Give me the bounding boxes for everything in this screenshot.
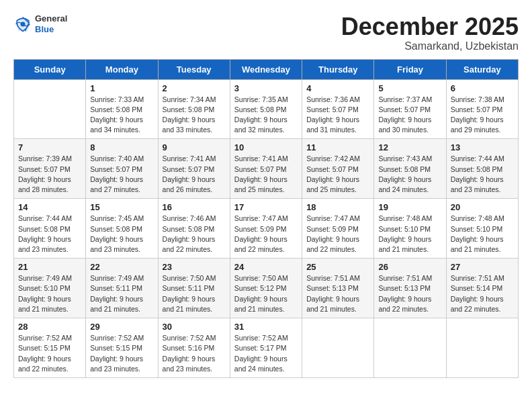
sunset: Sunset: 5:08 PM: [163, 105, 215, 113]
daylight: Daylight: 9 hours and 23 minutes.: [90, 355, 143, 373]
daylight: Daylight: 9 hours and 24 minutes.: [234, 355, 287, 373]
day-number: 17: [234, 202, 298, 212]
day-info: Sunrise: 7:44 AM Sunset: 5:08 PM Dayligh…: [451, 154, 514, 195]
day-info: Sunrise: 7:39 AM Sunset: 5:07 PM Dayligh…: [18, 154, 81, 195]
header-row: Sunday Monday Tuesday Wednesday Thursday…: [14, 59, 519, 79]
calendar-cell: 20 Sunrise: 7:48 AM Sunset: 5:10 PM Dayl…: [446, 199, 518, 259]
col-monday: Monday: [86, 59, 158, 79]
day-info: Sunrise: 7:52 AM Sunset: 5:16 PM Dayligh…: [163, 333, 226, 374]
daylight: Daylight: 9 hours and 21 minutes.: [306, 295, 359, 313]
calendar-cell: 22 Sunrise: 7:49 AM Sunset: 5:11 PM Dayl…: [86, 259, 158, 318]
calendar-cell: 12 Sunrise: 7:43 AM Sunset: 5:08 PM Dayl…: [374, 139, 446, 199]
col-thursday: Thursday: [302, 59, 374, 79]
day-info: Sunrise: 7:37 AM Sunset: 5:07 PM Dayligh…: [378, 95, 441, 136]
calendar-week-5: 28 Sunrise: 7:52 AM Sunset: 5:15 PM Dayl…: [14, 318, 519, 378]
sunrise: Sunrise: 7:45 AM: [90, 214, 144, 222]
daylight: Daylight: 9 hours and 29 minutes.: [451, 116, 504, 134]
day-info: Sunrise: 7:43 AM Sunset: 5:08 PM Dayligh…: [378, 154, 441, 195]
calendar-cell: 28 Sunrise: 7:52 AM Sunset: 5:15 PM Dayl…: [14, 318, 86, 378]
calendar-body: 1 Sunrise: 7:33 AM Sunset: 5:08 PM Dayli…: [14, 79, 519, 377]
title-area: December 2025 Samarkand, Uzbekistan: [341, 13, 519, 52]
daylight: Daylight: 9 hours and 21 minutes.: [378, 235, 431, 253]
sunrise: Sunrise: 7:48 AM: [378, 214, 432, 222]
day-number: 28: [18, 322, 81, 332]
calendar-cell: 11 Sunrise: 7:42 AM Sunset: 5:07 PM Dayl…: [302, 139, 374, 199]
sunset: Sunset: 5:15 PM: [90, 344, 142, 352]
daylight: Daylight: 9 hours and 25 minutes.: [306, 175, 359, 193]
sunrise: Sunrise: 7:35 AM: [234, 95, 288, 103]
calendar-cell: 14 Sunrise: 7:44 AM Sunset: 5:08 PM Dayl…: [14, 199, 86, 259]
day-number: 27: [451, 262, 514, 272]
calendar-week-4: 21 Sunrise: 7:49 AM Sunset: 5:10 PM Dayl…: [14, 259, 519, 318]
col-wednesday: Wednesday: [230, 59, 302, 79]
daylight: Daylight: 9 hours and 32 minutes.: [234, 116, 287, 134]
day-number: 21: [18, 262, 81, 272]
sunrise: Sunrise: 7:52 AM: [163, 334, 216, 342]
day-info: Sunrise: 7:41 AM Sunset: 5:07 PM Dayligh…: [163, 154, 226, 195]
day-number: 23: [163, 262, 226, 272]
calendar-cell: [374, 318, 446, 378]
calendar-cell: 31 Sunrise: 7:52 AM Sunset: 5:17 PM Dayl…: [230, 318, 302, 378]
calendar-cell: 16 Sunrise: 7:46 AM Sunset: 5:08 PM Dayl…: [158, 199, 230, 259]
day-number: 12: [378, 142, 441, 152]
day-info: Sunrise: 7:38 AM Sunset: 5:07 PM Dayligh…: [451, 95, 514, 136]
day-number: 4: [306, 83, 369, 93]
daylight: Daylight: 9 hours and 28 minutes.: [18, 175, 71, 193]
col-tuesday: Tuesday: [158, 59, 230, 79]
col-sunday: Sunday: [14, 59, 86, 79]
sunrise: Sunrise: 7:39 AM: [18, 154, 72, 163]
day-info: Sunrise: 7:48 AM Sunset: 5:10 PM Dayligh…: [378, 214, 441, 255]
day-info: Sunrise: 7:34 AM Sunset: 5:08 PM Dayligh…: [163, 95, 226, 136]
daylight: Daylight: 9 hours and 34 minutes.: [90, 116, 143, 134]
daylight: Daylight: 9 hours and 22 minutes.: [451, 295, 504, 313]
day-info: Sunrise: 7:47 AM Sunset: 5:09 PM Dayligh…: [234, 214, 298, 255]
day-info: Sunrise: 7:35 AM Sunset: 5:08 PM Dayligh…: [234, 95, 298, 136]
sunset: Sunset: 5:07 PM: [163, 165, 215, 173]
sunset: Sunset: 5:10 PM: [378, 225, 431, 233]
daylight: Daylight: 9 hours and 23 minutes.: [163, 355, 216, 373]
sunset: Sunset: 5:13 PM: [378, 284, 431, 292]
sunrise: Sunrise: 7:50 AM: [234, 274, 288, 282]
sunrise: Sunrise: 7:50 AM: [163, 274, 216, 282]
day-number: 14: [18, 202, 81, 212]
header: General Blue December 2025 Samarkand, Uz…: [13, 13, 519, 52]
sunset: Sunset: 5:14 PM: [451, 284, 503, 292]
day-number: 7: [18, 142, 81, 152]
sunrise: Sunrise: 7:34 AM: [163, 95, 216, 103]
day-info: Sunrise: 7:45 AM Sunset: 5:08 PM Dayligh…: [90, 214, 153, 255]
day-number: 5: [378, 83, 441, 93]
calendar-week-1: 1 Sunrise: 7:33 AM Sunset: 5:08 PM Dayli…: [14, 79, 519, 139]
daylight: Daylight: 9 hours and 23 minutes.: [451, 175, 504, 193]
calendar-cell: 29 Sunrise: 7:52 AM Sunset: 5:15 PM Dayl…: [86, 318, 158, 378]
sunset: Sunset: 5:07 PM: [306, 105, 359, 113]
day-number: 10: [234, 142, 298, 152]
day-info: Sunrise: 7:52 AM Sunset: 5:15 PM Dayligh…: [18, 333, 81, 374]
day-info: Sunrise: 7:36 AM Sunset: 5:07 PM Dayligh…: [306, 95, 369, 136]
daylight: Daylight: 9 hours and 22 minutes.: [18, 355, 71, 373]
sunrise: Sunrise: 7:44 AM: [18, 214, 72, 222]
sunrise: Sunrise: 7:48 AM: [451, 214, 504, 222]
sunrise: Sunrise: 7:52 AM: [18, 334, 72, 342]
sunset: Sunset: 5:11 PM: [163, 284, 215, 292]
day-number: 25: [306, 262, 369, 272]
sunset: Sunset: 5:08 PM: [378, 165, 431, 173]
calendar-cell: [14, 79, 86, 139]
day-number: 2: [163, 83, 226, 93]
sunset: Sunset: 5:11 PM: [90, 284, 142, 292]
sunrise: Sunrise: 7:49 AM: [90, 274, 144, 282]
sunrise: Sunrise: 7:42 AM: [306, 154, 360, 163]
sunset: Sunset: 5:08 PM: [163, 225, 215, 233]
daylight: Daylight: 9 hours and 31 minutes.: [306, 116, 359, 134]
sunrise: Sunrise: 7:52 AM: [90, 334, 144, 342]
calendar-cell: 17 Sunrise: 7:47 AM Sunset: 5:09 PM Dayl…: [230, 199, 302, 259]
sunset: Sunset: 5:07 PM: [378, 105, 431, 113]
day-number: 20: [451, 202, 514, 212]
day-number: 3: [234, 83, 298, 93]
calendar-table: Sunday Monday Tuesday Wednesday Thursday…: [13, 59, 519, 378]
day-number: 24: [234, 262, 298, 272]
day-info: Sunrise: 7:41 AM Sunset: 5:07 PM Dayligh…: [234, 154, 298, 195]
col-friday: Friday: [374, 59, 446, 79]
day-number: 6: [451, 83, 514, 93]
sunrise: Sunrise: 7:36 AM: [306, 95, 360, 103]
sunrise: Sunrise: 7:41 AM: [234, 154, 288, 163]
